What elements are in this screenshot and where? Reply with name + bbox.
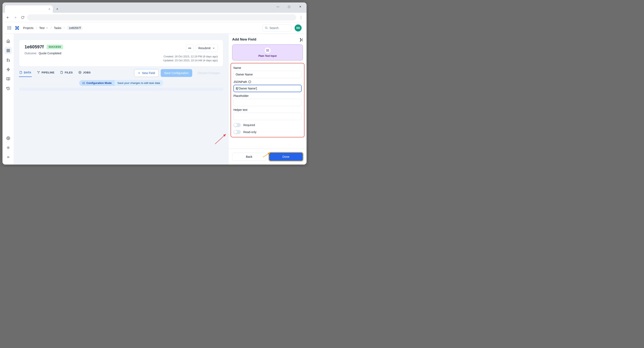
book-icon[interactable] <box>4 75 12 83</box>
svg-point-0 <box>15 26 17 27</box>
sliders-icon <box>82 82 85 85</box>
required-label: Required <box>243 123 255 127</box>
panel-collapse-icon[interactable]: ❯| <box>299 38 303 41</box>
window-controls: — ▢ ✕ <box>273 3 305 10</box>
browser-window: × + — ▢ ✕ ⋮ Projects / <box>2 2 306 165</box>
browser-menu-icon[interactable]: ⋮ <box>298 15 304 20</box>
apps-icon[interactable] <box>4 47 12 54</box>
file-icon <box>19 71 22 74</box>
files-icon <box>60 71 63 74</box>
text-input-type-icon <box>265 47 270 53</box>
field-type-card[interactable]: Plain Text Input <box>232 44 303 60</box>
close-tab-icon[interactable]: × <box>48 7 50 11</box>
svg-line-20 <box>9 149 9 149</box>
placeholder-label: Placeholder <box>234 94 302 98</box>
created-meta: Created: 18 Oct 2023, 12:19 PM (8 days a… <box>164 55 218 58</box>
breadcrumb: Projects / Test / Tasks / 1e60597f <box>23 26 82 30</box>
jsonpath-label: JSONPath <box>234 80 302 83</box>
app-body: 1e60597f SUCCESS Outcome: Quote Complete… <box>2 34 306 165</box>
ellipsis-icon: ••• <box>188 46 192 50</box>
new-field-button[interactable]: New Field <box>134 69 158 77</box>
resubmit-button[interactable]: Resubmit <box>196 44 218 52</box>
svg-point-26 <box>39 71 40 72</box>
name-input[interactable] <box>234 71 302 78</box>
breadcrumb-task-id: 1e60597f <box>67 26 82 30</box>
tab-data[interactable]: DATA <box>19 69 32 77</box>
tab-pipeline[interactable]: PIPELINE <box>37 69 55 77</box>
new-tab-button[interactable]: + <box>54 6 60 12</box>
back-button[interactable]: Back <box>232 153 266 161</box>
svg-line-24 <box>9 147 9 147</box>
breadcrumb-project[interactable]: Test <box>39 26 48 30</box>
svg-line-23 <box>7 149 7 149</box>
history-icon[interactable] <box>4 85 12 92</box>
svg-point-1 <box>18 26 19 27</box>
pull-request-icon[interactable] <box>4 56 12 64</box>
task-id: 1e60597f <box>24 44 44 50</box>
apps-grid-icon[interactable] <box>8 26 11 30</box>
svg-rect-9 <box>8 51 10 52</box>
chevron-down-icon <box>212 47 215 50</box>
browser-toolbar: ⋮ <box>2 13 306 22</box>
avatar[interactable]: BB <box>294 24 302 31</box>
outcome-value: Quote Completed <box>39 52 62 55</box>
config-mode-banner: Configuration Mode Save your changes to … <box>79 80 163 86</box>
empty-data-strip <box>19 88 223 91</box>
svg-point-11 <box>7 59 8 60</box>
outcome-label: Outcome: <box>24 52 37 55</box>
required-toggle[interactable] <box>234 123 241 127</box>
svg-point-2 <box>15 28 17 30</box>
brand-logo-icon[interactable] <box>14 25 20 31</box>
svg-point-15 <box>8 138 9 139</box>
chevrons-right-icon[interactable] <box>4 154 12 161</box>
browser-tab-strip: × + — ▢ ✕ <box>2 2 306 13</box>
svg-line-19 <box>7 147 7 147</box>
svg-rect-8 <box>8 49 10 50</box>
done-button[interactable]: Done <box>269 153 303 161</box>
placeholder-input[interactable] <box>234 99 302 106</box>
info-icon[interactable] <box>248 80 251 83</box>
plus-icon: + <box>56 7 58 11</box>
svg-point-12 <box>7 61 8 61</box>
name-label: Name <box>234 66 302 69</box>
browser-url-bar[interactable] <box>27 14 296 20</box>
breadcrumb-projects[interactable]: Projects <box>23 26 34 30</box>
search-input[interactable]: Search <box>262 24 291 31</box>
browser-tab[interactable]: × <box>5 5 53 13</box>
svg-rect-10 <box>7 51 8 52</box>
svg-rect-7 <box>7 49 8 50</box>
save-config-button[interactable]: Save Configuration <box>161 69 192 77</box>
svg-point-13 <box>9 61 10 61</box>
svg-point-4 <box>16 27 18 29</box>
svg-point-25 <box>38 71 38 72</box>
side-rail <box>2 34 14 165</box>
helper-input[interactable] <box>234 113 302 120</box>
jsonpath-input[interactable] <box>234 85 302 92</box>
status-badge: SUCCESS <box>46 45 63 49</box>
svg-point-27 <box>38 73 39 73</box>
panel-title: Add New Field <box>232 37 256 41</box>
window-minimize[interactable]: — <box>273 3 283 10</box>
more-button[interactable]: ••• <box>186 44 194 52</box>
bolt-icon[interactable] <box>4 66 12 73</box>
search-icon <box>265 26 268 29</box>
gear-icon[interactable] <box>4 135 12 142</box>
task-card: 1e60597f SUCCESS Outcome: Quote Complete… <box>19 39 223 67</box>
tab-files[interactable]: FILES <box>60 69 73 77</box>
pipeline-icon <box>37 71 40 74</box>
updated-meta: Updated: 23 Oct 2023, 10:14 AM (4 days a… <box>163 59 218 62</box>
home-icon[interactable] <box>4 37 12 45</box>
plus-icon <box>138 72 140 74</box>
window-close[interactable]: ✕ <box>296 3 305 10</box>
readonly-toggle[interactable] <box>234 130 241 134</box>
svg-marker-14 <box>7 68 10 71</box>
window-maximize[interactable]: ▢ <box>284 3 294 10</box>
browser-back-icon[interactable] <box>5 14 11 20</box>
breadcrumb-tasks[interactable]: Tasks <box>54 26 62 30</box>
readonly-label: Read-only <box>243 130 256 134</box>
field-config-form: Name JSONPath Placeholder Helper text Re… <box>230 63 304 137</box>
browser-reload-icon[interactable] <box>20 14 26 20</box>
svg-point-16 <box>8 147 9 148</box>
sun-icon[interactable] <box>4 144 12 151</box>
tab-jobs[interactable]: JOBS <box>78 69 91 77</box>
